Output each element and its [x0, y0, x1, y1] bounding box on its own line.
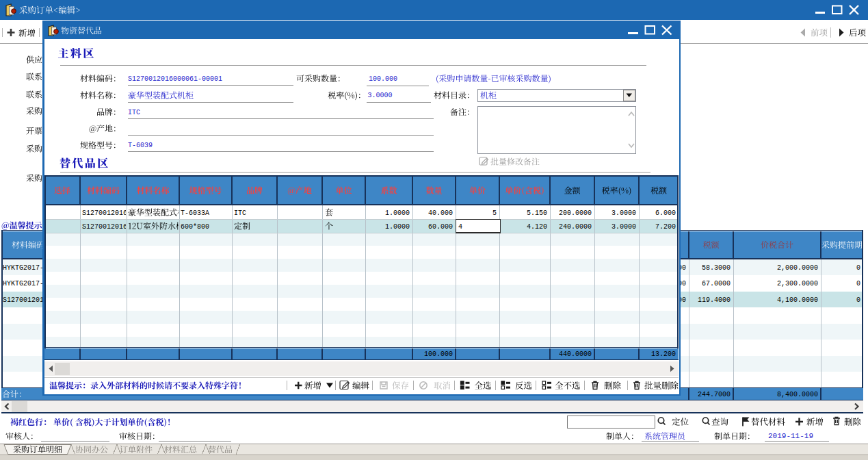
- svg-text:58.3000: 58.3000: [702, 264, 731, 272]
- svg-text:7.200: 7.200: [655, 223, 676, 231]
- svg-text:0: 0: [856, 296, 860, 304]
- svg-text:1.0000: 1.0000: [385, 209, 410, 217]
- svg-text:40.000: 40.000: [428, 209, 453, 217]
- svg-text:4.120: 4.120: [527, 223, 547, 231]
- svg-text:2,000.0000: 2,000.0000: [777, 264, 818, 272]
- svg-text:67.0000: 67.0000: [702, 280, 731, 288]
- svg-text:2019-11-19: 2019-11-19: [768, 432, 813, 440]
- svg-text:440.0000: 440.0000: [559, 350, 592, 358]
- svg-text:0: 0: [856, 280, 860, 288]
- svg-text:4,100.0000: 4,100.0000: [777, 296, 818, 304]
- svg-text:6.000: 6.000: [655, 209, 676, 217]
- svg-text:3.0000: 3.0000: [368, 92, 393, 99]
- svg-text:1.0000: 1.0000: [385, 223, 410, 231]
- svg-text:5.150: 5.150: [527, 209, 547, 217]
- svg-text:100.000: 100.000: [369, 75, 397, 83]
- svg-text:600*800: 600*800: [181, 223, 209, 231]
- svg-text:8,400.0000: 8,400.0000: [777, 391, 818, 398]
- svg-text:S1270012016000061-00001: S1270012016000061-00001: [128, 75, 222, 83]
- svg-text:5: 5: [492, 209, 497, 217]
- svg-text:119.4000: 119.4000: [698, 296, 731, 304]
- svg-text:13.200: 13.200: [651, 350, 676, 358]
- svg-text:ITC: ITC: [234, 209, 246, 217]
- svg-text:T-6039: T-6039: [128, 142, 153, 149]
- svg-text:3.0000: 3.0000: [611, 223, 636, 231]
- svg-text:0: 0: [856, 264, 860, 272]
- svg-text:4: 4: [458, 223, 462, 231]
- svg-text:60.000: 60.000: [428, 223, 453, 231]
- svg-text:T-6033A: T-6033A: [181, 209, 209, 217]
- svg-text:240.0000: 240.0000: [559, 223, 592, 231]
- svg-text:2,300.0000: 2,300.0000: [777, 280, 818, 288]
- svg-text:244.7000: 244.7000: [698, 391, 731, 398]
- svg-text:3.0000: 3.0000: [611, 209, 636, 217]
- svg-text:ITC: ITC: [128, 109, 140, 116]
- svg-text:100.000: 100.000: [424, 350, 453, 358]
- svg-text:200.0000: 200.0000: [559, 209, 592, 217]
